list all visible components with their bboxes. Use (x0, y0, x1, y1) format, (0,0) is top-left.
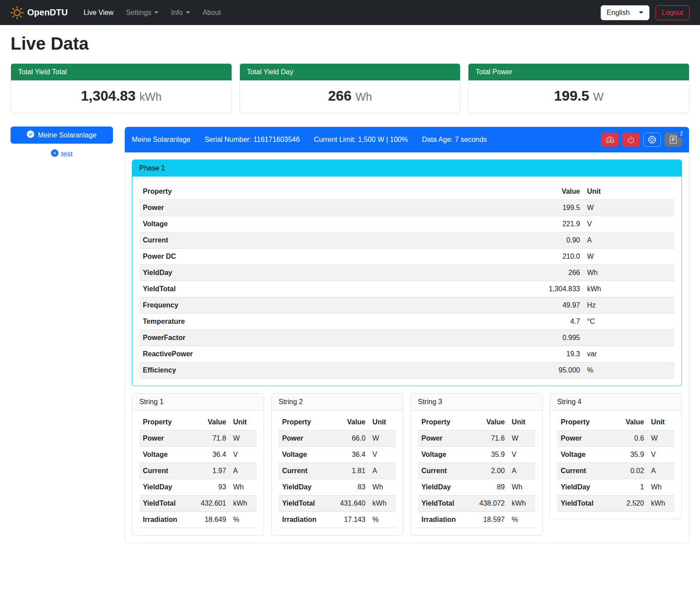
brand-link[interactable]: OpenDTU (11, 6, 68, 19)
property-cell: Current (418, 463, 468, 479)
sun-logo-icon (11, 6, 24, 19)
unit-cell: Wh (648, 479, 675, 496)
property-cell: YieldTotal (557, 496, 613, 512)
property-cell: ReactivePower (139, 346, 405, 362)
device-info-button[interactable] (643, 133, 661, 147)
value-cell: 18.597 (468, 512, 508, 528)
inverter-current-limit: Current Limit: 1,500 W | 100% (314, 136, 408, 144)
logout-button[interactable]: Logout (656, 5, 689, 20)
table-row: Power71.6W (418, 431, 535, 447)
limit-settings-button[interactable] (601, 133, 619, 147)
string-3-card: String 3 Property Value Unit (410, 393, 543, 535)
value-cell: 431.640 (329, 496, 369, 512)
nav-item-settings[interactable]: Settings (120, 5, 164, 20)
value-cell: 1 (613, 479, 648, 496)
unit-cell: % (369, 512, 396, 528)
table-row: Temperature4.7°C (139, 314, 675, 330)
nav-item-label: Settings (126, 9, 151, 17)
string-2-card: String 2 Property Value Unit (271, 393, 403, 535)
inverter-panel-header: Meine Solaranlage Serial Number: 1161716… (125, 127, 689, 152)
value-cell: 0.90 (405, 232, 584, 249)
total-power-card: Total Power 199.5 W (468, 63, 689, 113)
unit-cell: W (369, 431, 396, 447)
inverter-select-link-test[interactable]: test (11, 149, 113, 159)
table-header-row: Property Value Unit (139, 414, 257, 431)
value-cell: 432.601 (190, 496, 229, 512)
property-cell: Power (557, 431, 613, 447)
table-row: YieldDay93Wh (139, 479, 257, 496)
table-row: Voltage35.9V (418, 447, 535, 463)
table-row: YieldTotal2.520kWh (557, 496, 675, 512)
chevron-down-icon (186, 11, 190, 14)
col-property: Property (557, 414, 613, 431)
unit-cell: var (584, 346, 675, 362)
card-title: Total Yield Day (240, 64, 461, 80)
main-content: Live Data Total Yield Total 1,304.83 kWh… (0, 34, 700, 554)
power-button[interactable] (622, 133, 640, 147)
inverter-select-button-meine-solaranlage[interactable]: Meine Solaranlage (11, 127, 113, 144)
string-1-card: String 1 Property Value Unit (132, 393, 264, 535)
property-cell: Power DC (139, 249, 405, 265)
col-property: Property (139, 414, 190, 431)
nav-item-label: About (203, 9, 221, 17)
unit-cell: W (584, 249, 675, 265)
value-cell: 83 (329, 479, 369, 496)
event-log-button[interactable]: 2 (664, 133, 682, 147)
unit-cell: A (369, 463, 396, 479)
value-cell: 2.520 (613, 496, 648, 512)
unit-cell: % (230, 512, 257, 528)
value-cell: 1.97 (190, 463, 229, 479)
language-select[interactable]: English (601, 5, 649, 20)
unit-cell: Wh (508, 479, 535, 496)
property-cell: YieldDay (557, 479, 613, 496)
unit-cell: kWh (230, 496, 257, 512)
property-cell: Efficiency (139, 362, 405, 379)
col-value: Value (468, 414, 508, 431)
property-cell: Voltage (557, 447, 613, 463)
property-cell: Irradiation (139, 512, 190, 528)
unit-cell: Wh (584, 265, 675, 281)
col-property: Property (139, 184, 405, 200)
check-circle-icon (27, 130, 34, 140)
table-row: Voltage36.4V (139, 447, 257, 463)
unit-cell: A (508, 463, 535, 479)
navbar-right: English Logout (601, 5, 689, 20)
value-cell: 438.072 (468, 496, 508, 512)
nav-item-about[interactable]: About (197, 5, 226, 20)
col-property: Property (279, 414, 329, 431)
col-value: Value (190, 414, 229, 431)
speedometer-icon (606, 136, 614, 144)
unit-cell: kWh (369, 496, 396, 512)
table-row: Irradiation18.649% (139, 512, 257, 528)
table-row: YieldTotal432.601kWh (139, 496, 257, 512)
card-value: 1,304.83 (81, 88, 136, 104)
unit-cell: A (584, 232, 675, 249)
table-row: Irradiation17.143% (279, 512, 396, 528)
value-cell: 36.4 (329, 447, 369, 463)
table-row: Current1.81A (279, 463, 396, 479)
table-row: Power71.8W (139, 431, 257, 447)
card-title: Total Yield Total (11, 64, 232, 80)
table-row: Current2.00A (418, 463, 535, 479)
col-property: Property (418, 414, 468, 431)
unit-cell: V (508, 447, 535, 463)
table-row: PowerFactor0.995 (139, 330, 675, 346)
nav-item-live-view[interactable]: Live View (78, 5, 119, 20)
card-unit: Wh (355, 90, 372, 103)
value-cell: 71.6 (468, 431, 508, 447)
card-unit: kWh (140, 90, 162, 103)
power-icon (627, 136, 635, 144)
col-value: Value (329, 414, 369, 431)
table-row: Voltage35.9V (557, 447, 675, 463)
nav-item-info[interactable]: Info (166, 5, 196, 20)
phase-1-card: Phase 1 Property Value Unit Power199.5WV… (132, 159, 682, 386)
property-cell: PowerFactor (139, 330, 405, 346)
phase-table: Property Value Unit Power199.5WVoltage22… (139, 184, 675, 379)
property-cell: Irradiation (279, 512, 329, 528)
inverter-data-age: Data Age: 7 seconds (422, 136, 487, 144)
unit-cell: kWh (508, 496, 535, 512)
property-cell: Current (139, 232, 405, 249)
table-row: Efficiency95.000% (139, 362, 675, 379)
inverter-panel-body: Phase 1 Property Value Unit Power199.5WV… (125, 152, 689, 543)
cpu-icon (648, 136, 656, 144)
